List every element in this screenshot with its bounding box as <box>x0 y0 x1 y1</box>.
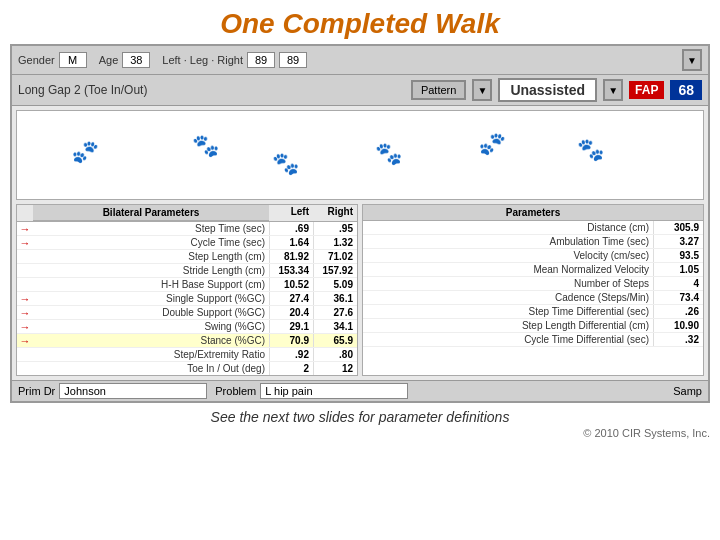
col-right-header: Right <box>313 205 357 221</box>
footprint-3: 🐾 <box>272 151 299 177</box>
row-left-val: .69 <box>269 222 313 235</box>
row-left-val: 70.9 <box>269 334 313 347</box>
pattern-button[interactable]: Pattern <box>411 80 466 100</box>
params-row-value: 4 <box>653 277 703 290</box>
main-container: Gender M Age 38 Left · Leg · Right 89 89… <box>10 44 710 403</box>
gender-value: M <box>59 52 87 68</box>
top-dropdown-arrow[interactable]: ▼ <box>682 49 702 71</box>
row-left-val: 20.4 <box>269 306 313 319</box>
right-leg-value: 89 <box>279 52 307 68</box>
params-row: Step Length Differential (cm)10.90 <box>363 319 703 333</box>
params-row-value: 3.27 <box>653 235 703 248</box>
parameters-table: Parameters Distance (cm)305.9Ambulation … <box>362 204 704 376</box>
params-row-value: 305.9 <box>653 221 703 234</box>
params-row-label: Number of Steps <box>363 277 653 290</box>
row-arrow: → <box>17 307 33 319</box>
row-left-val: 29.1 <box>269 320 313 333</box>
header-bar: Long Gap 2 (Toe In/Out) Pattern ▼ Unassi… <box>12 75 708 106</box>
bilateral-row: Stride Length (cm)153.34157.92 <box>17 264 357 278</box>
section-label: Long Gap 2 (Toe In/Out) <box>18 83 405 97</box>
bilateral-row: Toe In / Out (deg)212 <box>17 362 357 375</box>
parameters-header: Parameters <box>363 205 703 221</box>
leg-label: Left · Leg · Right <box>162 54 243 66</box>
row-right-val: 157.92 <box>313 264 357 277</box>
params-row-value: 1.05 <box>653 263 703 276</box>
age-label: Age <box>99 54 119 66</box>
pattern-dropdown[interactable]: ▼ <box>472 79 492 101</box>
row-right-val: 27.6 <box>313 306 357 319</box>
gait-display: 🐾 🐾 🐾 🐾 🐾 🐾 <box>16 110 704 200</box>
params-rows: Distance (cm)305.9Ambulation Time (sec)3… <box>363 221 703 347</box>
row-right-val: 65.9 <box>313 334 357 347</box>
footprint-4: 🐾 <box>375 141 402 167</box>
params-row-label: Ambulation Time (sec) <box>363 235 653 248</box>
problem-input[interactable] <box>260 383 408 399</box>
row-left-val: 153.34 <box>269 264 313 277</box>
row-left-val: 27.4 <box>269 292 313 305</box>
bottom-text: See the next two slides for parameter de… <box>0 403 720 427</box>
bilateral-row: H-H Base Support (cm)10.525.09 <box>17 278 357 292</box>
row-arrow: → <box>17 223 33 235</box>
row-label: Step Length (cm) <box>33 250 269 263</box>
bilateral-row: →Double Support (%GC)20.427.6 <box>17 306 357 320</box>
row-arrow: → <box>17 293 33 305</box>
footprint-6: 🐾 <box>577 137 604 163</box>
age-field: Age 38 <box>99 52 151 68</box>
row-label: Step/Extremity Ratio <box>33 348 269 361</box>
params-row-label: Step Length Differential (cm) <box>363 319 653 332</box>
top-bar: Gender M Age 38 Left · Leg · Right 89 89… <box>12 46 708 75</box>
row-right-val: 36.1 <box>313 292 357 305</box>
row-left-val: .92 <box>269 348 313 361</box>
bilateral-row: →Swing (%GC)29.134.1 <box>17 320 357 334</box>
row-arrow: → <box>17 335 33 347</box>
params-row-value: 10.90 <box>653 319 703 332</box>
params-row-value: 93.5 <box>653 249 703 262</box>
row-right-val: .95 <box>313 222 357 235</box>
params-row-label: Distance (cm) <box>363 221 653 234</box>
row-right-val: 34.1 <box>313 320 357 333</box>
row-right-val: .80 <box>313 348 357 361</box>
page-title: One Completed Walk <box>0 0 720 44</box>
samp-label: Samp <box>673 385 702 397</box>
footer-bar: Prim Dr Problem Samp <box>12 380 708 401</box>
row-label: Single Support (%GC) <box>33 292 269 305</box>
params-row: Number of Steps4 <box>363 277 703 291</box>
params-row: Step Time Differential (sec).26 <box>363 305 703 319</box>
bilateral-row: →Single Support (%GC)27.436.1 <box>17 292 357 306</box>
bilateral-table: Bilateral Parameters Left Right →Step Ti… <box>16 204 358 376</box>
params-row-value: 73.4 <box>653 291 703 304</box>
prim-dr-input[interactable] <box>59 383 207 399</box>
footprint-1: 🐾 <box>72 139 99 165</box>
params-row-value: .32 <box>653 333 703 346</box>
problem-field: Problem <box>215 383 408 399</box>
prim-dr-field: Prim Dr <box>18 383 207 399</box>
copyright: © 2010 CIR Systems, Inc. <box>0 427 720 439</box>
bilateral-row: →Cycle Time (sec)1.641.32 <box>17 236 357 250</box>
prim-dr-label: Prim Dr <box>18 385 55 397</box>
params-row: Distance (cm)305.9 <box>363 221 703 235</box>
params-row: Cadence (Steps/Min)73.4 <box>363 291 703 305</box>
row-right-val: 5.09 <box>313 278 357 291</box>
age-value: 38 <box>122 52 150 68</box>
bilateral-header: Bilateral Parameters <box>33 205 269 221</box>
col-left-header: Left <box>269 205 313 221</box>
params-row: Cycle Time Differential (sec).32 <box>363 333 703 347</box>
row-left-val: 10.52 <box>269 278 313 291</box>
gender-label: Gender <box>18 54 55 66</box>
row-right-val: 1.32 <box>313 236 357 249</box>
footprint-5: 🐾 <box>479 131 506 157</box>
bilateral-row: Step Length (cm)81.9271.02 <box>17 250 357 264</box>
unassisted-dropdown[interactable]: ▼ <box>603 79 623 101</box>
unassisted-label: Unassisted <box>498 78 597 102</box>
footprint-2: 🐾 <box>192 133 219 159</box>
row-label: Double Support (%GC) <box>33 306 269 319</box>
bilateral-rows: →Step Time (sec).69.95→Cycle Time (sec)1… <box>17 222 357 375</box>
params-row: Mean Normalized Velocity1.05 <box>363 263 703 277</box>
row-right-val: 12 <box>313 362 357 375</box>
row-label: Toe In / Out (deg) <box>33 362 269 375</box>
data-section: Bilateral Parameters Left Right →Step Ti… <box>16 204 704 376</box>
params-row: Ambulation Time (sec)3.27 <box>363 235 703 249</box>
bilateral-row: →Stance (%GC)70.965.9 <box>17 334 357 348</box>
params-row-label: Cadence (Steps/Min) <box>363 291 653 304</box>
row-arrow: → <box>17 237 33 249</box>
